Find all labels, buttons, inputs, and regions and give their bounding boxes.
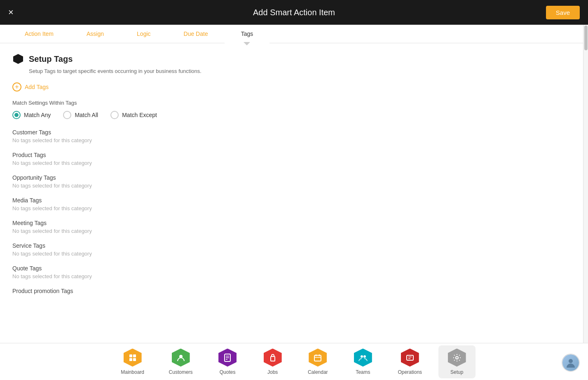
product-promo-tags-label: Product promotion Tags <box>12 288 576 294</box>
opportunity-tags-empty: No tags selected for this category <box>12 183 576 189</box>
main-content: Setup Tags Setup Tags to target specific… <box>0 43 588 339</box>
customer-tags-empty: No tags selected for this category <box>12 137 576 143</box>
add-tags-icon: + <box>12 82 21 91</box>
tab-due-date[interactable]: Due Date <box>167 25 225 43</box>
section-description: Setup Tags to target specific events occ… <box>29 68 576 74</box>
media-tags-category: Media Tags No tags selected for this cat… <box>12 197 576 211</box>
add-tags-button[interactable]: + Add Tags <box>12 82 49 91</box>
svg-point-16 <box>363 355 366 358</box>
svg-rect-10 <box>271 357 275 361</box>
match-any-radio-inner <box>14 113 19 117</box>
mainboard-icon <box>124 349 142 367</box>
svg-rect-1 <box>129 354 132 357</box>
customer-tags-label: Customer Tags <box>12 129 576 136</box>
customers-label: Customers <box>169 369 193 375</box>
media-tags-label: Media Tags <box>12 197 576 204</box>
tab-action-item[interactable]: Action Item <box>8 25 70 43</box>
calendar-icon <box>309 349 327 367</box>
quotes-icon <box>218 349 237 367</box>
nav-item-teams[interactable]: Teams <box>344 345 382 378</box>
svg-rect-4 <box>133 358 136 361</box>
setup-icon <box>448 349 466 367</box>
tab-assign[interactable]: Assign <box>70 25 120 43</box>
product-tags-label: Product Tags <box>12 152 576 158</box>
service-tags-category: Service Tags No tags selected for this c… <box>12 242 576 257</box>
nav-item-mainboard[interactable]: Mainboard <box>112 345 152 378</box>
quote-tags-category: Quote Tags No tags selected for this cat… <box>12 265 576 279</box>
svg-point-20 <box>456 357 458 359</box>
quote-tags-empty: No tags selected for this category <box>12 273 576 279</box>
match-all-label: Match All <box>75 112 98 118</box>
avatar[interactable] <box>562 354 580 372</box>
save-button[interactable]: Save <box>546 6 580 19</box>
avatar-image <box>562 354 579 371</box>
match-except-option[interactable]: Match Except <box>110 111 157 119</box>
match-all-radio[interactable] <box>63 111 71 119</box>
match-settings-label: Match Settings Within Tags <box>12 100 576 106</box>
nav-item-setup[interactable]: Setup <box>438 345 476 378</box>
svg-rect-17 <box>407 355 413 360</box>
product-promo-tags-category: Product promotion Tags <box>12 288 576 294</box>
quote-tags-label: Quote Tags <box>12 265 576 272</box>
teams-icon <box>354 349 372 367</box>
nav-item-operations[interactable]: Operations <box>389 345 430 378</box>
header: × Add Smart Action Item Save <box>0 0 588 25</box>
match-any-radio[interactable] <box>12 111 21 119</box>
page-title: Add Smart Action Item <box>253 8 335 17</box>
scrollbar-thumb[interactable] <box>584 26 588 50</box>
calendar-label: Calendar <box>308 369 328 375</box>
service-tags-empty: No tags selected for this category <box>12 251 576 257</box>
tab-logic[interactable]: Logic <box>120 25 167 43</box>
media-tags-empty: No tags selected for this category <box>12 205 576 211</box>
match-except-label: Match Except <box>122 112 157 118</box>
service-tags-label: Service Tags <box>12 242 576 249</box>
match-any-label: Match Any <box>24 112 51 118</box>
jobs-icon <box>264 349 282 367</box>
meeting-tags-category: Meeting Tags No tags selected for this c… <box>12 220 576 234</box>
setup-tags-icon <box>12 53 24 65</box>
svg-rect-2 <box>133 354 136 357</box>
tab-tags[interactable]: Tags <box>225 25 270 43</box>
product-tags-empty: No tags selected for this category <box>12 160 576 166</box>
jobs-label: Jobs <box>267 369 278 375</box>
match-any-option[interactable]: Match Any <box>12 111 51 119</box>
bottom-nav: Mainboard Customers Quotes <box>0 343 588 380</box>
svg-rect-11 <box>314 355 321 361</box>
section-header: Setup Tags <box>12 53 576 65</box>
nav-item-customers[interactable]: Customers <box>161 345 201 378</box>
meeting-tags-label: Meeting Tags <box>12 220 576 226</box>
svg-point-21 <box>569 359 573 363</box>
match-except-radio[interactable] <box>110 111 119 119</box>
section-title: Setup Tags <box>29 54 73 64</box>
nav-item-calendar[interactable]: Calendar <box>299 345 336 378</box>
setup-label: Setup <box>450 369 463 375</box>
page-scrollbar[interactable] <box>583 25 588 343</box>
nav-item-quotes[interactable]: Quotes <box>209 345 246 378</box>
match-all-option[interactable]: Match All <box>63 111 98 119</box>
customers-icon <box>172 349 190 367</box>
teams-label: Teams <box>356 369 370 375</box>
close-button[interactable]: × <box>8 8 14 17</box>
meeting-tags-empty: No tags selected for this category <box>12 228 576 234</box>
nav-item-jobs[interactable]: Jobs <box>254 345 291 378</box>
add-tags-label: Add Tags <box>25 84 49 90</box>
svg-point-15 <box>361 355 363 358</box>
opportunity-tags-category: Opportunity Tags No tags selected for th… <box>12 174 576 189</box>
svg-rect-3 <box>129 358 132 361</box>
opportunity-tags-label: Opportunity Tags <box>12 174 576 181</box>
mainboard-label: Mainboard <box>121 369 144 375</box>
match-options: Match Any Match All Match Except <box>12 111 576 119</box>
operations-label: Operations <box>398 369 422 375</box>
product-tags-category: Product Tags No tags selected for this c… <box>12 152 576 166</box>
nav-items-container: Mainboard Customers Quotes <box>109 345 480 378</box>
customer-tags-category: Customer Tags No tags selected for this … <box>12 129 576 143</box>
operations-icon <box>401 349 419 367</box>
quotes-label: Quotes <box>220 369 236 375</box>
svg-marker-0 <box>13 54 23 64</box>
tab-bar: Action Item Assign Logic Due Date Tags <box>0 25 588 43</box>
